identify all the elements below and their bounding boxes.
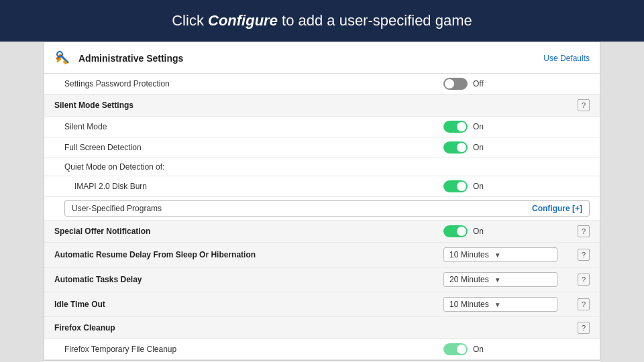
row-label-full-screen: Full Screen Detection [44, 137, 433, 158]
table-row-full-screen: Full Screen Detection On [44, 137, 600, 158]
row-label-settings-password: Settings Password Protection [44, 74, 433, 95]
table-row-firefox-cleanup: Firefox Cleanup ? [44, 317, 600, 339]
toggle-firefox-temp[interactable] [443, 343, 468, 355]
toggle-cell-settings-password: Off [433, 74, 568, 95]
help-icon-idle-timeout[interactable]: ? [578, 298, 590, 310]
help-cell-auto-resume: ? [568, 243, 600, 267]
section-help-silent: ? [568, 95, 600, 117]
section-label-idle-timeout: Idle Time Out [44, 292, 433, 317]
toggle-knob [457, 345, 466, 354]
dropdown-arrow-auto-resume: ▼ [494, 251, 501, 259]
table-row: Settings Password Protection Off [44, 74, 600, 95]
table-row-quiet-mode-label: Quiet Mode on Detection of: [44, 158, 600, 176]
toggle-container-firefox-temp: On [443, 343, 557, 355]
toggle-container-silent-mode: On [443, 121, 557, 133]
row-label-quiet-mode: Quiet Mode on Detection of: [44, 158, 433, 176]
help-cell-auto-tasks: ? [568, 267, 600, 292]
toggle-label-imapi: On [473, 182, 484, 191]
toggle-cell-special-offer: On [433, 221, 568, 243]
admin-header-left: Administrative Settings [54, 49, 183, 68]
toggle-label-full-screen: On [473, 143, 484, 152]
help-cell-special: ? [568, 221, 600, 243]
dropdown-cell-auto-resume: 10 Minutes ▼ [433, 243, 568, 267]
toggle-label-special-offer: On [473, 227, 484, 236]
settings-table: Settings Password Protection Off Silent … [44, 74, 600, 360]
toggle-label-silent-mode: On [473, 122, 484, 131]
help-icon-silent[interactable]: ? [578, 99, 590, 111]
help-icon-auto-tasks[interactable]: ? [578, 274, 590, 286]
help-icon-firefox-cleanup[interactable]: ? [578, 322, 590, 334]
dropdown-auto-resume[interactable]: 10 Minutes ▼ [443, 247, 557, 262]
row-label-imapi: IMAPI 2.0 Disk Burn [44, 176, 433, 197]
table-row-section-silent: Silent Mode Settings ? [44, 95, 600, 117]
toggle-settings-password[interactable] [443, 78, 468, 90]
help-empty [568, 117, 600, 137]
dropdown-arrow-auto-tasks: ▼ [494, 276, 501, 284]
help-icon-auto-resume[interactable]: ? [578, 249, 590, 261]
dropdown-arrow-idle-timeout: ▼ [494, 301, 501, 308]
section-label-auto-tasks: Automatic Tasks Delay [44, 267, 433, 292]
table-row-user-specified: User-Specified Programs Configure [+] [44, 197, 600, 221]
dropdown-idle-timeout[interactable]: 10 Minutes ▼ [443, 297, 557, 312]
row-label-firefox-temp: Firefox Temporary File Cleanup [44, 339, 433, 360]
banner-configure-italic: Configure [208, 12, 278, 29]
section-toggle-empty [433, 95, 568, 117]
toggle-label-firefox-temp: On [473, 345, 484, 354]
toggle-full-screen[interactable] [443, 141, 468, 154]
table-row-imapi: IMAPI 2.0 Disk Burn On [44, 176, 600, 197]
section-label-special-offer: Special Offer Notification [44, 221, 433, 243]
dropdown-cell-auto-tasks: 20 Minutes ▼ [433, 267, 568, 292]
section-label-firefox-cleanup: Firefox Cleanup [44, 317, 433, 339]
toggle-knob [445, 79, 454, 88]
help-cell-idle-timeout: ? [568, 292, 600, 317]
table-row-auto-resume: Automatic Resume Delay From Sleep Or Hib… [44, 243, 600, 267]
table-row-silent-mode: Silent Mode On [44, 117, 600, 137]
toggle-knob [457, 143, 466, 152]
table-row-idle-timeout: Idle Time Out 10 Minutes ▼ ? [44, 292, 600, 317]
user-specified-row: User-Specified Programs Configure [+] [64, 200, 590, 217]
empty-cell [568, 339, 600, 360]
empty-cell [433, 158, 568, 176]
toggle-special-offer[interactable] [443, 225, 468, 237]
user-specified-label: User-Specified Programs [72, 204, 162, 213]
toggle-knob [457, 227, 466, 236]
toggle-cell-firefox-temp: On [433, 339, 568, 360]
toggle-knob [457, 182, 466, 191]
dropdown-value-auto-tasks: 20 Minutes [449, 275, 489, 284]
dropdown-auto-tasks[interactable]: 20 Minutes ▼ [443, 272, 557, 287]
toggle-container-special-offer: On [443, 225, 557, 237]
dropdown-cell-idle-timeout: 10 Minutes ▼ [433, 292, 568, 317]
help-icon-special-offer[interactable]: ? [578, 225, 590, 237]
banner-text: Click Configure to add a user-specified … [172, 12, 472, 29]
toggle-imapi[interactable] [443, 180, 468, 192]
help-cell-firefox: ? [568, 317, 600, 339]
top-banner: Click Configure to add a user-specified … [0, 0, 644, 42]
dropdown-value-auto-resume: 10 Minutes [449, 250, 489, 259]
toggle-container-imapi: On [443, 180, 557, 192]
toggle-cell-full-screen: On [433, 137, 568, 158]
admin-header-title: Administrative Settings [78, 53, 183, 64]
use-defaults-link[interactable]: Use Defaults [543, 54, 590, 63]
toggle-knob [457, 122, 466, 131]
table-row-auto-tasks: Automatic Tasks Delay 20 Minutes ▼ ? [44, 267, 600, 292]
configure-link[interactable]: Configure [+] [532, 204, 582, 213]
row-label-silent-mode: Silent Mode [44, 117, 433, 137]
help-cell [568, 74, 600, 95]
table-row-firefox-temp: Firefox Temporary File Cleanup On [44, 339, 600, 360]
dropdown-value-idle-timeout: 10 Minutes [449, 300, 489, 309]
toggle-cell-silent-mode: On [433, 117, 568, 137]
main-panel: Administrative Settings Use Defaults Set… [44, 42, 600, 361]
toggle-cell-imapi: On [433, 176, 568, 197]
toggle-silent-mode[interactable] [443, 121, 468, 133]
tools-icon [54, 49, 73, 68]
admin-header: Administrative Settings Use Defaults [44, 42, 600, 74]
empty-cell [433, 317, 568, 339]
toggle-label-settings-password: Off [473, 79, 484, 88]
section-label-auto-resume: Automatic Resume Delay From Sleep Or Hib… [44, 243, 433, 267]
table-row-special-offer: Special Offer Notification On ? [44, 221, 600, 243]
help-empty [568, 137, 600, 158]
toggle-container-full-screen: On [443, 141, 557, 154]
section-label-silent-mode: Silent Mode Settings [44, 95, 433, 117]
user-specified-cell: User-Specified Programs Configure [+] [44, 197, 600, 221]
empty-cell [568, 176, 600, 197]
